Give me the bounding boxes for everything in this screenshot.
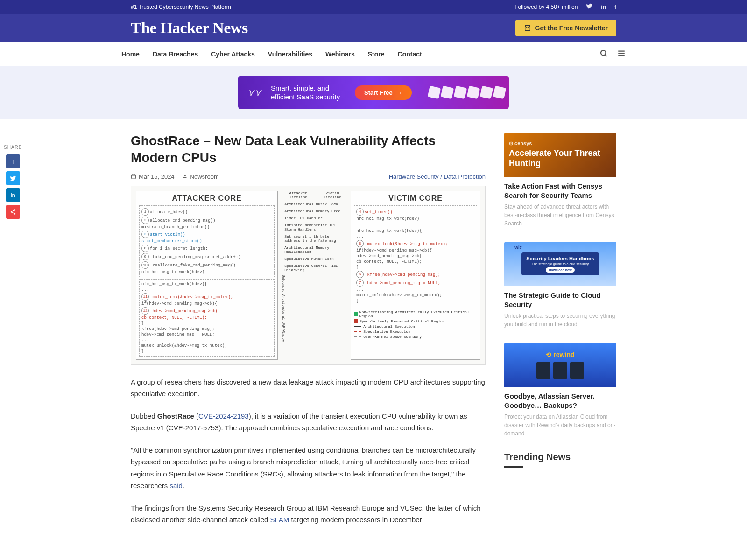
svg-point-5: [184, 175, 186, 176]
envelope-icon: [524, 24, 531, 32]
share-linkedin-button[interactable]: in: [6, 188, 20, 202]
nav-contact[interactable]: Contact: [398, 50, 422, 58]
share-more-button[interactable]: [6, 205, 20, 219]
share-twitter-button[interactable]: [6, 171, 20, 185]
article: GhostRace – New Data Leak Vulnerability …: [131, 133, 486, 536]
person-icon: [182, 174, 188, 179]
article-tags[interactable]: Hardware Security / Data Protection: [389, 173, 486, 180]
twitter-icon: [10, 175, 16, 182]
header: The Hacker News Get the Free Newsletter: [0, 14, 747, 42]
widget-desc: Stay ahead of advanced threat actors wit…: [504, 203, 616, 228]
svg-point-0: [14, 209, 15, 211]
svg-rect-4: [132, 175, 136, 179]
article-date: Mar 15, 2024: [131, 173, 175, 180]
article-hero-diagram: ATTACKER CORE 1allocate_hdev() 2allocate…: [131, 186, 486, 365]
search-icon[interactable]: [599, 49, 608, 59]
widget-desc: Unlock practical steps to securing every…: [504, 312, 616, 329]
share-facebook-button[interactable]: f: [6, 154, 20, 168]
nav-webinars[interactable]: Webinars: [325, 50, 355, 58]
sidebar: ⊙ censys Accelerate Your Threat Hunting …: [504, 133, 616, 536]
article-title: GhostRace – New Data Leak Vulnerability …: [131, 133, 486, 167]
sidebar-widget-censys[interactable]: ⊙ censys Accelerate Your Threat Hunting …: [504, 133, 616, 228]
said-link[interactable]: said: [169, 482, 183, 490]
cve-link[interactable]: CVE-2024-2193: [198, 412, 249, 420]
banner-cta-label: Start Free: [364, 89, 393, 96]
diagram-legend: Non-terminating Architecturally Executed…: [354, 310, 477, 339]
nav-vulnerabilities[interactable]: Vulnerabilities: [268, 50, 312, 58]
site-logo[interactable]: The Hacker News: [131, 19, 248, 37]
banner-brand-icon: ⋎⋎: [247, 87, 261, 98]
article-paragraph: The findings from the Systems Security R…: [131, 502, 486, 526]
nav-store[interactable]: Store: [368, 50, 385, 58]
twitter-icon[interactable]: [586, 3, 592, 11]
svg-point-3: [601, 50, 606, 56]
slam-link[interactable]: SLAM: [270, 516, 289, 524]
ad-banner[interactable]: ⋎⋎ Smart, simple, and efficient SaaS sec…: [238, 76, 509, 109]
victim-core-title: VICTIM CORE: [354, 194, 477, 203]
widget-title: The Strategic Guide to Cloud Security: [504, 291, 616, 309]
widget-title: Take Action Fast with Censys Search for …: [504, 182, 616, 200]
svg-point-1: [10, 211, 12, 213]
trending-title: Trending News: [504, 452, 616, 462]
widget-desc: Protect your data on Atlassian Cloud fro…: [504, 413, 616, 438]
banner-cta-button[interactable]: Start Free →: [355, 85, 412, 100]
article-meta: Mar 15, 2024 Newsroom Hardware Security …: [131, 173, 486, 180]
newsletter-button[interactable]: Get the Free Newsletter: [515, 20, 616, 36]
calendar-icon: [131, 174, 136, 179]
linkedin-icon[interactable]: in: [601, 4, 606, 10]
trending-section: Trending News: [504, 452, 616, 468]
share-icon: [10, 209, 16, 215]
menu-icon[interactable]: [617, 49, 626, 59]
article-paragraph: Dubbed GhostRace (CVE-2024-2193), it is …: [131, 410, 486, 434]
trending-underline: [504, 466, 523, 468]
followed-text: Followed by 4.50+ million: [514, 4, 578, 10]
attacker-core-title: ATTACKER CORE: [139, 194, 275, 203]
nav-cyber-attacks[interactable]: Cyber Attacks: [211, 50, 255, 58]
ad-banner-wrap: ⋎⋎ Smart, simple, and efficient SaaS sec…: [0, 66, 747, 119]
share-label: SHARE: [4, 145, 22, 150]
article-paragraph: A group of researchers has discovered a …: [131, 376, 486, 400]
sidebar-widget-rewind[interactable]: ⟲ rewind Goodbye, Atlassian Server. Good…: [504, 343, 616, 438]
sidebar-widget-wiz[interactable]: wiz Security Leaders Handbook The strate…: [504, 242, 616, 329]
tagline: #1 Trusted Cybersecurity News Platform: [131, 4, 231, 10]
share-rail: SHARE f in: [4, 145, 22, 219]
article-paragraph: "All the common synchronization primitiv…: [131, 444, 486, 492]
newsletter-button-label: Get the Free Newsletter: [535, 24, 608, 32]
nav-home[interactable]: Home: [121, 50, 140, 58]
topbar: #1 Trusted Cybersecurity News Platform F…: [0, 0, 747, 14]
article-author: Newsroom: [182, 173, 219, 180]
nav-data-breaches[interactable]: Data Breaches: [153, 50, 198, 58]
arrow-right-icon: →: [396, 89, 402, 96]
banner-decorative-icons: [425, 76, 509, 109]
widget-title: Goodbye, Atlassian Server. Goodbye… Back…: [504, 392, 616, 410]
banner-text: Smart, simple, and efficient SaaS securi…: [271, 84, 345, 102]
facebook-icon[interactable]: f: [614, 4, 616, 10]
svg-point-2: [14, 213, 15, 215]
main-nav: Home Data Breaches Cyber Attacks Vulnera…: [0, 42, 747, 66]
